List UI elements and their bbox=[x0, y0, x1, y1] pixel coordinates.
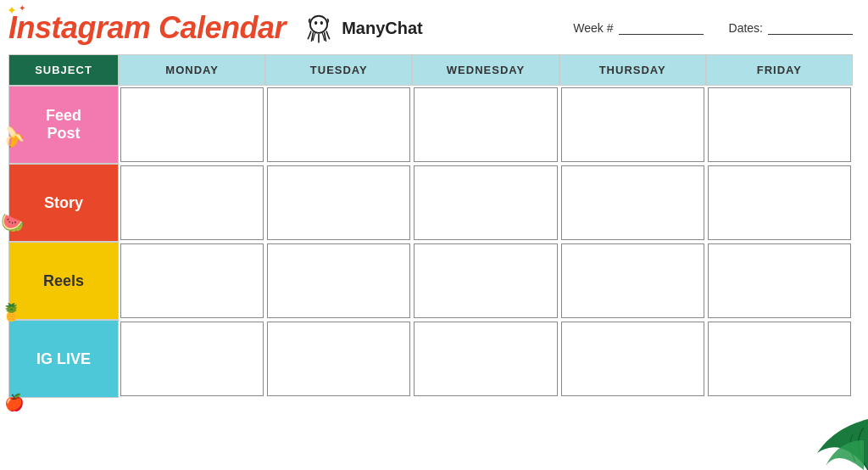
deco-top-left-icon: ✦ ✦ bbox=[7, 3, 25, 17]
cell-reels-wed[interactable] bbox=[414, 243, 557, 318]
cell-story-mon[interactable] bbox=[120, 165, 264, 240]
cell-feed-wed[interactable] bbox=[414, 87, 557, 162]
cell-live-tue[interactable] bbox=[267, 322, 410, 396]
cell-reels-mon[interactable] bbox=[120, 243, 264, 318]
col-friday-label: FRIDAY bbox=[757, 64, 802, 76]
cell-live-mon[interactable] bbox=[120, 322, 264, 396]
week-label: Week # bbox=[573, 21, 613, 35]
col-thursday: THURSDAY bbox=[559, 54, 706, 86]
cell-feed-tue[interactable] bbox=[267, 87, 410, 162]
row-ig-live: IG LIVE bbox=[8, 320, 853, 398]
week-field: Week # bbox=[573, 21, 703, 35]
cell-reels-fri[interactable] bbox=[708, 243, 851, 318]
cell-story-wed[interactable] bbox=[414, 165, 557, 240]
col-subject: SUBJECT bbox=[8, 54, 119, 86]
calendar-header: SUBJECT MONDAY TUESDAY WEDNESDAY THURSDA… bbox=[8, 54, 853, 86]
cell-feed-mon[interactable] bbox=[120, 87, 264, 162]
manychat-logo-icon bbox=[301, 10, 337, 46]
cell-reels-tue[interactable] bbox=[267, 243, 410, 318]
watermelon-icon: 🍉 bbox=[1, 212, 24, 234]
cell-reels-thu[interactable] bbox=[561, 243, 704, 318]
apple-icon: 🍎 bbox=[4, 393, 25, 412]
header: Instagram Calendar ManyChat bbox=[8, 10, 853, 46]
col-friday: FRIDAY bbox=[706, 54, 853, 86]
pineapple-icon: 🍍 bbox=[1, 302, 22, 322]
cell-live-thu[interactable] bbox=[561, 322, 704, 396]
col-monday: MONDAY bbox=[119, 54, 265, 86]
svg-point-1 bbox=[314, 21, 317, 25]
cell-feed-fri[interactable] bbox=[708, 87, 851, 162]
leaf-decoration bbox=[792, 402, 868, 470]
story-text: Story bbox=[44, 194, 83, 212]
dates-label: Dates: bbox=[729, 21, 763, 35]
cell-story-thu[interactable] bbox=[561, 165, 704, 240]
svg-point-0 bbox=[310, 16, 327, 33]
row-feed-post: FeedPost bbox=[8, 86, 853, 164]
col-thursday-label: THURSDAY bbox=[599, 64, 666, 76]
week-input[interactable] bbox=[619, 21, 704, 35]
cell-feed-thu[interactable] bbox=[561, 87, 704, 162]
page-title: Instagram Calendar bbox=[8, 10, 286, 46]
week-dates-area: Week # Dates: bbox=[573, 21, 853, 35]
label-reels: Reels bbox=[8, 242, 119, 320]
col-subject-label: SUBJECT bbox=[35, 64, 92, 76]
col-tuesday: TUESDAY bbox=[265, 54, 412, 86]
row-story: Story bbox=[8, 164, 853, 242]
reels-text: Reels bbox=[43, 272, 84, 290]
cell-live-wed[interactable] bbox=[414, 322, 557, 396]
cell-story-fri[interactable] bbox=[708, 165, 851, 240]
col-tuesday-label: TUESDAY bbox=[310, 64, 368, 76]
svg-point-2 bbox=[320, 21, 323, 25]
col-wednesday: WEDNESDAY bbox=[412, 54, 559, 86]
feed-post-text: FeedPost bbox=[46, 107, 81, 143]
col-monday-label: MONDAY bbox=[165, 64, 219, 76]
ig-live-text: IG LIVE bbox=[36, 350, 91, 368]
logo-area: ManyChat bbox=[301, 10, 423, 46]
cell-story-tue[interactable] bbox=[267, 165, 410, 240]
dates-field: Dates: bbox=[729, 21, 853, 35]
page: ✦ ✦ Instagram Calendar bbox=[0, 0, 868, 470]
col-wednesday-label: WEDNESDAY bbox=[447, 64, 525, 76]
dates-input[interactable] bbox=[768, 21, 853, 35]
leaf-icon bbox=[792, 402, 868, 470]
cell-live-fri[interactable] bbox=[708, 322, 851, 396]
label-ig-live: IG LIVE bbox=[8, 320, 119, 398]
label-story: Story bbox=[8, 164, 119, 242]
logo-text: ManyChat bbox=[342, 19, 423, 38]
row-reels: Reels bbox=[8, 242, 853, 320]
calendar: SUBJECT MONDAY TUESDAY WEDNESDAY THURSDA… bbox=[8, 54, 853, 398]
label-feed-post: FeedPost bbox=[8, 86, 119, 164]
